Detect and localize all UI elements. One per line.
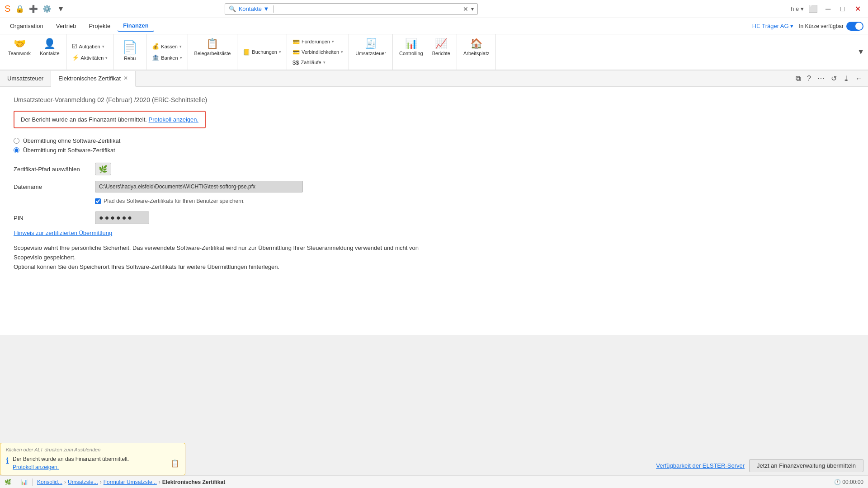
forderungen-icon: 💳 [292, 38, 300, 45]
ribbon-section-belege: 📋 Belegarbeitsliste [188, 34, 238, 70]
buchungen-button[interactable]: 📒 Buchungen ▾ [240, 48, 284, 56]
dateiname-input[interactable]: C:\Users\hadya.eisfeld\Documents\WICHTIG… [95, 181, 303, 192]
notification-protokoll-link[interactable]: Protokoll anzeigen. [13, 464, 59, 470]
title-bar-right: h e ▾ ⬜ ─ □ ✕ [791, 4, 863, 14]
hint-link[interactable]: Hinweis zur zertifizierten Übermittlung [14, 230, 112, 236]
umsatzsteuer-button[interactable]: 🧾 Umsatzsteuer [352, 36, 390, 58]
tab-action-copy[interactable]: ⧉ [794, 74, 802, 84]
banken-icon: 🏦 [152, 54, 159, 61]
tab-action-more[interactable]: ⋯ [816, 73, 826, 84]
aufgaben-button[interactable]: ☑ Aufgaben ▾ [69, 42, 107, 51]
controlling-button[interactable]: 📊 Controlling [396, 36, 427, 58]
search-filter-label[interactable]: Kontakte ▼ [239, 5, 269, 12]
notification-text: Der Bericht wurde an das Finanzamt überm… [13, 455, 167, 471]
tab-action-back[interactable]: ← [854, 74, 864, 84]
breadcrumb-formular[interactable]: Formular Umsatzste... [104, 479, 157, 485]
zallaufe-chevron: ▾ [323, 60, 326, 65]
forderungen-button[interactable]: 💳 Forderungen ▾ [290, 38, 337, 46]
verbindlichkeiten-chevron: ▾ [341, 50, 343, 54]
availability-toggle[interactable]: In Kürze verfügbar [799, 22, 863, 31]
tab-action-refresh[interactable]: ↺ [829, 73, 839, 84]
berichte-button[interactable]: 📈 Berichte [429, 36, 454, 58]
ribbon: 🤝 Teamwork 👤 Kontakte ☑ Aufgaben ▾ ⚡ Akt… [0, 34, 868, 70]
breadcrumb: Konsolid... › Umsatzste... › Formular Um… [37, 479, 225, 485]
page-title: Umsatzsteuer-Voranmeldung 02 (Februar) /… [14, 96, 854, 103]
forderungen-label: Forderungen [302, 39, 330, 44]
content-area: Umsatzsteuer-Voranmeldung 02 (Februar) /… [0, 87, 868, 335]
tab-umsatzsteuer[interactable]: Umsatzsteuer [0, 70, 51, 86]
elster-link[interactable]: Verfügbarkeit der ELSTER-Server [656, 462, 745, 469]
company-selector[interactable]: HE Träger AG ▾ [752, 23, 794, 29]
search-separator [274, 5, 274, 13]
gear-icon[interactable]: ⚙️ [42, 4, 52, 14]
search-bar[interactable]: 🔍 Kontakte ▼ Scopen - Intelligentes Such… [225, 3, 478, 15]
status-time: 00:00:00 [842, 479, 863, 485]
rebu-button[interactable]: 📄 Rebu [116, 36, 143, 63]
maximize-button[interactable]: □ [838, 5, 848, 13]
teamwork-button[interactable]: 🤝 Teamwork [5, 36, 34, 58]
radio-group: Übermittlung ohne Software-Zertifikat Üb… [14, 137, 854, 154]
radio-ohne-zertifikat-label: Übermittlung ohne Software-Zertifikat [23, 137, 120, 144]
menu-finanzen[interactable]: Finanzen [118, 20, 154, 32]
radio-mit-zertifikat-label: Übermittlung mit Software-Zertifikat [23, 147, 115, 154]
tab-bar: Umsatzsteuer Elektronisches Zertifikat ✕… [0, 70, 868, 87]
add-icon[interactable]: ➕ [28, 4, 38, 14]
search-chevron-icon[interactable]: ▾ [471, 6, 474, 12]
belegarbeitsliste-button[interactable]: 📋 Belegarbeitsliste [191, 36, 235, 58]
minimize-button[interactable]: ─ [823, 5, 833, 13]
breadcrumb-umsatzste[interactable]: Umsatzste... [68, 479, 98, 485]
kontakte-button[interactable]: 👤 Kontakte [36, 36, 63, 58]
radio-mit-zertifikat-input[interactable] [14, 147, 19, 153]
notification-copy-icon[interactable]: 📋 [170, 459, 179, 468]
aktivitaeten-button[interactable]: ⚡ Aktivitäten ▾ [69, 53, 111, 62]
search-icon: 🔍 [229, 5, 236, 12]
zallaufe-icon: $$ [292, 59, 299, 66]
status-separator-2 [32, 479, 33, 486]
pfad-speichern-checkbox[interactable] [95, 198, 101, 204]
pin-label: PIN [14, 215, 95, 221]
berichte-icon: 📈 [435, 38, 447, 50]
tab-action-save[interactable]: ⤓ [841, 73, 851, 84]
user-label[interactable]: h e ▾ [791, 5, 804, 12]
search-input[interactable]: Scopen - Intelligentes Suchfeld [278, 5, 460, 12]
menu-organisation[interactable]: Organisation [5, 21, 49, 31]
status-bar-left: 🌿 📊 Konsolid... › Umsatzste... › Formula… [5, 479, 225, 486]
zallaufe-button[interactable]: $$ Zahlläufe ▾ [290, 58, 328, 67]
close-button[interactable]: ✕ [852, 5, 863, 13]
dropdown-icon[interactable]: ▼ [56, 4, 66, 14]
verbindlichkeiten-button[interactable]: 💳 Verbindlichkeiten ▾ [290, 48, 346, 56]
menu-vertrieb[interactable]: Vertrieb [51, 21, 82, 31]
bottom-right-actions: Verfügbarkeit der ELSTER-Server Jetzt an… [656, 459, 863, 472]
radio-ohne-zertifikat-input[interactable] [14, 138, 19, 144]
arbeitsplatz-button[interactable]: 🏠 Arbeitsplatz [460, 36, 493, 58]
status-bar: 🌿 📊 Konsolid... › Umsatzste... › Formula… [0, 475, 868, 488]
ribbon-section-arbeitsplatz: 🏠 Arbeitsplatz [457, 34, 496, 70]
protokoll-link[interactable]: Protokoll anzeigen. [149, 116, 199, 123]
file-browse-icon: 🌿 [99, 165, 108, 174]
toggle-control[interactable] [846, 22, 863, 31]
menu-projekte[interactable]: Projekte [84, 21, 116, 31]
tab-action-help[interactable]: ? [805, 74, 813, 84]
pin-input[interactable]: ●●●●●● [95, 211, 149, 224]
rebu-icon: 📄 [122, 40, 138, 55]
ribbon-expand-icon[interactable]: ▼ [857, 48, 864, 56]
availability-label: In Kürze verfügbar [799, 23, 844, 29]
dateiname-label: Dateiname [14, 183, 95, 190]
tab-elektronisches-zertifikat[interactable]: Elektronisches Zertifikat ✕ [51, 71, 136, 87]
shield-icon[interactable]: 🔒 [15, 4, 25, 14]
radio-ohne-zertifikat[interactable]: Übermittlung ohne Software-Zertifikat [14, 137, 854, 144]
notification-bar[interactable]: Klicken oder ALT drücken zum Ausblenden … [0, 443, 185, 475]
file-browse-button[interactable]: 🌿 [95, 163, 111, 175]
umsatzsteuer-icon: 🧾 [365, 38, 377, 50]
submit-button[interactable]: Jetzt an Finanzverwaltung übermitteln [749, 459, 863, 472]
breadcrumb-konsolid[interactable]: Konsolid... [37, 479, 62, 485]
aufgaben-icon: ☑ [72, 43, 77, 50]
radio-mit-zertifikat[interactable]: Übermittlung mit Software-Zertifikat [14, 147, 854, 154]
tab-close-icon[interactable]: ✕ [123, 75, 128, 81]
search-clear-icon[interactable]: ✕ [463, 5, 468, 13]
controlling-label: Controlling [399, 51, 423, 56]
kassen-button[interactable]: 💰 Kassen ▾ [149, 42, 184, 51]
teamwork-icon: 🤝 [14, 38, 26, 50]
banken-button[interactable]: 🏦 Banken ▾ [149, 53, 184, 62]
restore-icon[interactable]: ⬜ [808, 4, 818, 14]
